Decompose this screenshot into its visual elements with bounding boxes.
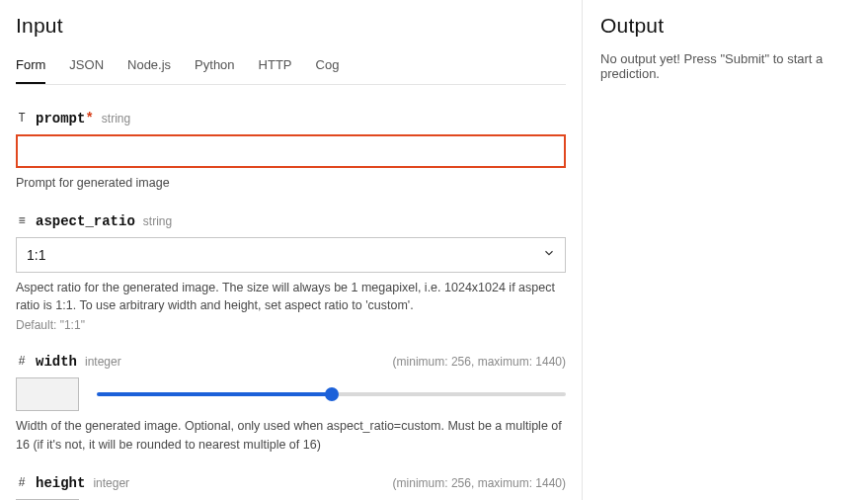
tab-cog[interactable]: Cog xyxy=(316,51,340,84)
field-height: # height integer (minimum: 256, maximum:… xyxy=(16,475,566,500)
height-type: integer xyxy=(93,476,129,490)
width-range: (minimum: 256, maximum: 1440) xyxy=(393,355,566,369)
aspect-ratio-select[interactable]: 1:1 xyxy=(16,237,566,273)
width-label: width xyxy=(36,354,77,370)
prompt-type: string xyxy=(102,112,130,125)
aspect-ratio-help: Aspect ratio for the generated image. Th… xyxy=(16,279,566,314)
prompt-label: prompt* xyxy=(36,111,94,126)
field-aspect-ratio: ≡ aspect_ratio string 1:1 Aspect ratio f… xyxy=(16,213,566,332)
output-panel: Output No output yet! Press "Submit" to … xyxy=(583,0,868,500)
height-range: (minimum: 256, maximum: 1440) xyxy=(393,476,566,490)
width-type: integer xyxy=(85,355,121,369)
tab-form[interactable]: Form xyxy=(16,51,45,84)
tab-nodejs[interactable]: Node.js xyxy=(127,51,171,84)
output-message: No output yet! Press "Submit" to start a… xyxy=(600,51,850,81)
aspect-ratio-type: string xyxy=(143,214,172,228)
prompt-help: Prompt for generated image xyxy=(16,174,566,192)
tab-http[interactable]: HTTP xyxy=(259,51,292,84)
field-width: # width integer (minimum: 256, maximum: … xyxy=(16,354,566,453)
text-icon: T xyxy=(16,112,28,125)
number-icon: # xyxy=(16,476,28,490)
tabs: Form JSON Node.js Python HTTP Cog xyxy=(16,51,566,85)
input-panel: Input Form JSON Node.js Python HTTP Cog … xyxy=(0,0,583,500)
prompt-input[interactable] xyxy=(16,134,566,168)
width-help: Width of the generated image. Optional, … xyxy=(16,417,566,453)
height-label: height xyxy=(36,475,85,491)
width-slider[interactable] xyxy=(97,392,566,396)
aspect-ratio-default: Default: "1:1" xyxy=(16,318,566,332)
tab-python[interactable]: Python xyxy=(195,51,234,84)
output-title: Output xyxy=(600,14,850,38)
tab-json[interactable]: JSON xyxy=(69,51,104,84)
list-icon: ≡ xyxy=(16,214,28,228)
required-mark: * xyxy=(85,111,93,126)
number-icon: # xyxy=(16,355,28,369)
input-title: Input xyxy=(16,14,566,38)
aspect-ratio-label: aspect_ratio xyxy=(36,213,135,229)
width-input[interactable] xyxy=(16,377,79,411)
field-prompt: T prompt* string Prompt for generated im… xyxy=(16,111,566,192)
